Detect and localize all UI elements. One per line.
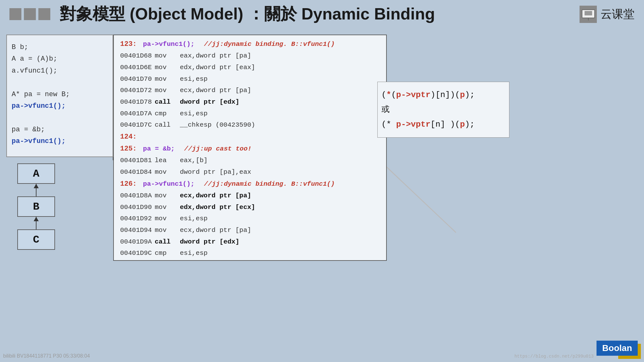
asm-mnem: mov [155,51,180,62]
asm-mnem: mov [155,190,180,201]
asm-code-125: pa = &b; [143,144,175,155]
asm-operand: esi,esp [180,248,380,259]
asm-line-num-123: 123: [120,39,137,50]
asm-mnem-bold: call [155,237,180,248]
asm-mnem: mov [155,225,180,236]
bilibili-info: bilibili BV1844118771 P30 05:33/08:04 [3,353,90,359]
asm-addr: 00401D68 [120,51,155,62]
code-line-4 [12,77,108,88]
asm-mnem: mov [155,85,180,96]
code-line-5: A* pa = new B; [12,89,108,100]
asm-operand: esi,esp [180,108,380,119]
asm-line-401d7c: 00401D7C call __chkesp (00423590) [114,119,386,131]
asm-operand: edx,dword ptr [eax] [180,62,380,73]
asm-addr: 00401D6E [120,62,155,73]
asm-addr: 00401D72 [120,85,155,96]
code-line-3: a.vfunc1(); [12,65,108,77]
formula-line-1: (*(p->vptr)[n])(p); [381,88,505,102]
asm-addr: 00401D7C [120,120,155,131]
asm-line-401d81: 00401D81 lea eax,[b] [114,155,386,167]
asm-line-401d94: 00401D94 mov ecx,dword ptr [pa] [114,225,386,236]
asm-line-401d78: 00401D78 call dword ptr [edx] [114,96,386,108]
code-line-6: pa->vfunc1(); [12,100,108,112]
logo-square-2 [24,8,36,20]
asm-operand: ecx,dword ptr [pa] [180,225,380,236]
formula-or-text: 或 [381,102,505,117]
asm-operand: __chkesp (00423590) [180,260,380,261]
cloud-classroom: 云课堂 [580,6,635,23]
logo-squares [9,8,50,20]
asm-line-num-124: 124: [120,131,137,143]
asm-mnem: mov [155,74,180,85]
asm-line-401d70: 00401D70 mov esi,esp [114,74,386,85]
formula-box: (*(p->vptr)[n])(p); 或 (* p->vptr[n] )(p)… [377,82,509,138]
arrow-a-b [36,184,36,196]
asm-addr: 00401D92 [120,213,155,224]
asm-mnem: lea [155,155,180,166]
asm-mnem: mov [155,202,180,213]
asm-operand: esi,esp [180,74,380,85]
code-line-spacer [12,112,108,123]
boolan-container: Boolan 博览 [618,344,641,359]
asm-operand: esi,esp [180,213,380,224]
blog-url: https://blog.csdn.net/p299u013 [514,354,594,359]
formula-line-2: (* p->vptr[n] )(p); [381,117,505,132]
asm-line-126-header: 126: pa->vfunc1(); //jj:dynamic binding.… [114,178,386,190]
asm-addr: 00401D8A [120,190,155,201]
asm-mnem: mov [155,167,180,178]
asm-line-401d90: 00401D90 mov edx,dword ptr [ecx] [114,202,386,213]
bilibili-text: bilibili BV1844118771 P30 05:33/08:04 [3,353,90,359]
asm-operand: eax,dword ptr [pa] [180,51,380,62]
asm-addr: 00401D84 [120,167,155,178]
asm-addr: 00401D70 [120,74,155,85]
asm-line-125-header: 125: pa = &b; //jj:up cast too! [114,143,386,155]
code-line-7: pa = &b; [12,124,108,135]
asm-line-401d9c: 00401D9C cmp esi,esp [114,248,386,259]
asm-code-126: pa->vfunc1(); [143,179,195,190]
asm-operand-bold: ecx,dword ptr [pa] [180,190,380,201]
cloud-icon [580,6,597,23]
asm-line-401d9e: 00401D9E call __chkesp (00423590) [114,259,386,261]
asm-line-124-header: 124: [114,131,386,143]
asm-operand: __chkesp (00423590) [180,120,380,131]
header: 對象模型 (Object Model) ：關於 Dynamic Binding [0,0,644,28]
page-title: 對象模型 (Object Model) ：關於 Dynamic Binding [60,3,435,25]
asm-line-401d92: 00401D92 mov esi,esp [114,213,386,225]
logo-square-3 [38,8,50,20]
asm-line-401d8a: 00401D8A mov ecx,dword ptr [pa] [114,190,386,202]
asm-addr: 00401D7A [120,108,155,119]
asm-operand-bold: dword ptr [edx] [180,237,380,248]
asm-line-num-125: 125: [120,143,137,155]
asm-comment-123: //jj:dynamic binding. B::vfunc1() [204,39,335,50]
asm-addr: 00401D9C [120,248,155,259]
asm-operand: ecx,dword ptr [pa] [180,85,380,96]
asm-addr: 00401D9E [120,260,155,261]
asm-operand-bold: edx,dword ptr [ecx] [180,202,380,213]
asm-mnem: call [155,260,180,261]
code-line-1: B b; [12,41,108,53]
asm-line-401d9a: 00401D9A call dword ptr [edx] [114,236,386,248]
code-line-2: A a = (A)b; [12,53,108,65]
asm-code-box: 123: pa->vfunc1(); //jj:dynamic binding.… [113,35,387,261]
asm-addr: 00401D9A [120,237,155,248]
asm-comment-126: //jj:dynamic binding. B::vfunc1() [204,179,335,190]
asm-code-123: pa->vfunc1(); [143,39,195,50]
asm-operand: eax,[b] [180,155,380,166]
asm-line-123-header: 123: pa->vfunc1(); //jj:dynamic binding.… [114,38,386,50]
asm-addr: 00401D94 [120,225,155,236]
asm-line-401d6e: 00401D6E mov edx,dword ptr [eax] [114,62,386,74]
asm-mnem: mov [155,213,180,224]
boolan-logo: Boolan [597,341,638,356]
asm-mnem: cmp [155,248,180,259]
asm-mnem: call [155,120,180,131]
boolan-en: Boolan [602,343,632,353]
class-c-box: C [17,229,55,250]
asm-line-401d84: 00401D84 mov dword ptr [pa],eax [114,167,386,178]
asm-mnem-bold: call [155,97,180,108]
inheritance-diagram: A B C [17,163,55,250]
asm-line-401d72: 00401D72 mov ecx,dword ptr [pa] [114,85,386,96]
arrow-b-c [36,217,36,229]
cloud-classroom-text: 云课堂 [601,7,635,22]
asm-addr: 00401D90 [120,202,155,213]
asm-addr: 00401D78 [120,97,155,108]
